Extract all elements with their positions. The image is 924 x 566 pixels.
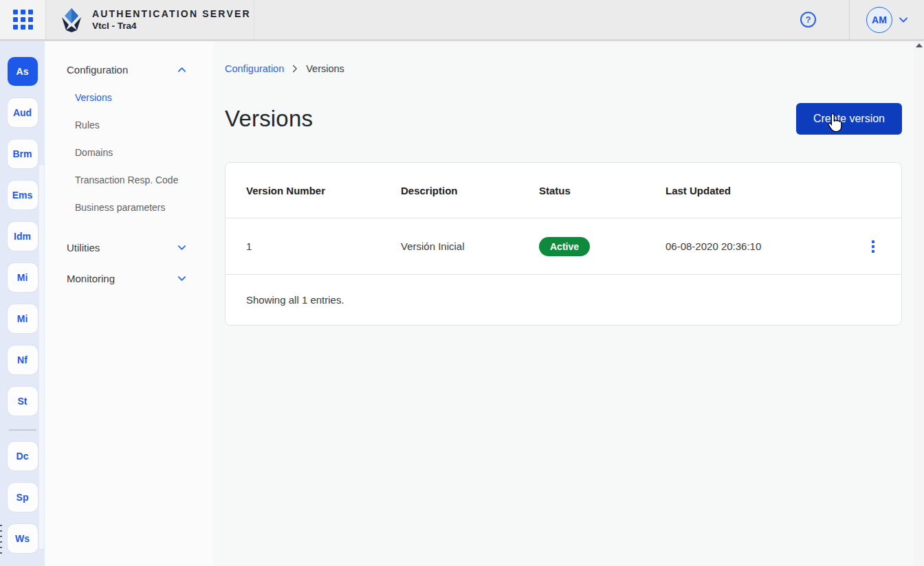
breadcrumb: Configuration Versions: [225, 63, 902, 74]
table-header-row: Version Number Description Status Last U…: [226, 163, 901, 218]
top-header: AUTHENTICATION SERVER Vtcl - Tra4 ? AM: [0, 0, 924, 41]
brand-area: AUTHENTICATION SERVER Vtcl - Tra4: [46, 0, 254, 39]
rail-item-label: Mi: [17, 313, 28, 324]
cell-version-number: 1: [246, 240, 401, 252]
entries-summary: Showing all 1 entries.: [246, 294, 344, 306]
column-header-version-number: Version Number: [246, 185, 401, 196]
nav-item-domains[interactable]: Domains: [45, 139, 213, 166]
chevron-down-icon: [177, 273, 187, 284]
rail-item-label: Nf: [17, 354, 28, 365]
nav-item-rules[interactable]: Rules: [45, 111, 213, 139]
page-scrollbar[interactable]: [914, 41, 924, 566]
cell-status: Active: [539, 237, 666, 256]
column-header-last-updated: Last Updated: [666, 185, 865, 196]
table-footer: Showing all 1 entries.: [226, 274, 901, 325]
avatar: AM: [866, 7, 892, 33]
rail-item-mi-1[interactable]: Mi: [8, 263, 38, 292]
app-launcher-button[interactable]: [0, 0, 46, 39]
rail-item-label: Mi: [17, 272, 28, 283]
rail-edge-ticks: [0, 525, 2, 554]
rail-item-st[interactable]: St: [8, 387, 38, 416]
rail-item-brm[interactable]: Brm: [8, 139, 38, 168]
help-question-mark: ?: [806, 14, 811, 25]
rail-item-label: Aud: [13, 107, 32, 118]
rail-item-sp[interactable]: Sp: [8, 483, 38, 512]
nav-section-utilities[interactable]: Utilities: [45, 237, 213, 258]
rail-item-label: As: [16, 66, 29, 77]
app-title: AUTHENTICATION SERVER: [92, 8, 251, 19]
rail-item-label: Dc: [16, 451, 29, 462]
rail-item-label: Ems: [12, 190, 33, 201]
chevron-right-icon: [290, 64, 300, 73]
nav-item-label: Transaction Resp. Code: [75, 174, 178, 185]
page-title: Versions: [225, 106, 313, 132]
rail-item-label: Ws: [15, 533, 30, 544]
column-header-description: Description: [401, 185, 539, 196]
nav-section-label: Utilities: [67, 242, 100, 253]
avatar-initials: AM: [872, 14, 887, 25]
status-badge: Active: [539, 237, 590, 256]
apps-grid-icon: [13, 10, 33, 30]
rail-item-nf[interactable]: Nf: [8, 346, 38, 374]
rail-item-dc[interactable]: Dc: [8, 442, 38, 471]
rail-divider: [9, 429, 36, 431]
rail-item-aud[interactable]: Aud: [8, 98, 38, 127]
nav-item-label: Versions: [75, 92, 112, 103]
nav-item-label: Rules: [75, 120, 100, 131]
nav-item-versions[interactable]: Versions: [45, 84, 213, 111]
cell-description: Versión Inicial: [401, 240, 539, 252]
chevron-down-icon: [898, 14, 909, 25]
row-actions-kebab-icon[interactable]: [869, 238, 877, 256]
chevron-down-icon: [177, 242, 187, 253]
nav-section-label: Configuration: [67, 64, 128, 76]
nav-item-label: Business parameters: [75, 202, 166, 213]
cell-last-updated: 06-08-2020 20:36:10: [666, 240, 865, 252]
app-logo-icon: [60, 8, 83, 32]
table-row: 1 Versión Inicial Active 06-08-2020 20:3…: [226, 218, 901, 274]
account-menu[interactable]: AM: [850, 0, 924, 39]
nav-section-configuration[interactable]: Configuration: [45, 59, 213, 80]
rail-item-ems[interactable]: Ems: [8, 181, 38, 210]
nav-section-label: Monitoring: [67, 273, 115, 284]
nav-item-transaction-resp-code[interactable]: Transaction Resp. Code: [45, 166, 213, 194]
rail-item-idm[interactable]: Idm: [8, 222, 38, 251]
create-version-button[interactable]: Create version: [796, 103, 902, 135]
rail-item-label: St: [18, 396, 28, 407]
side-navigation: Configuration Versions Rules Domains Tra…: [45, 41, 213, 566]
column-header-status: Status: [539, 185, 666, 196]
rail-scroll-track[interactable]: [39, 165, 44, 549]
rail-item-ws[interactable]: Ws: [8, 524, 38, 553]
app-subtitle: Vtcl - Tra4: [92, 21, 251, 31]
main-content: Configuration Versions Versions Create v…: [213, 41, 914, 566]
chevron-up-icon: [177, 65, 187, 75]
versions-table-card: Version Number Description Status Last U…: [225, 162, 902, 326]
help-icon[interactable]: ?: [800, 12, 816, 27]
nav-item-label: Domains: [75, 147, 113, 158]
breadcrumb-current: Versions: [306, 63, 344, 74]
rail-item-label: Brm: [12, 148, 32, 159]
rail-item-label: Idm: [14, 231, 31, 242]
scrollbar-up-arrow[interactable]: [916, 43, 923, 47]
rail-item-as[interactable]: As: [8, 57, 38, 86]
app-rail: As Aud Brm Ems Idm Mi Mi Nf St Dc Sp Ws: [0, 41, 45, 566]
breadcrumb-configuration-link[interactable]: Configuration: [225, 63, 284, 74]
rail-item-label: Sp: [16, 492, 29, 503]
nav-item-business-parameters[interactable]: Business parameters: [45, 194, 213, 221]
rail-item-mi-2[interactable]: Mi: [8, 304, 38, 333]
nav-section-monitoring[interactable]: Monitoring: [45, 268, 213, 288]
